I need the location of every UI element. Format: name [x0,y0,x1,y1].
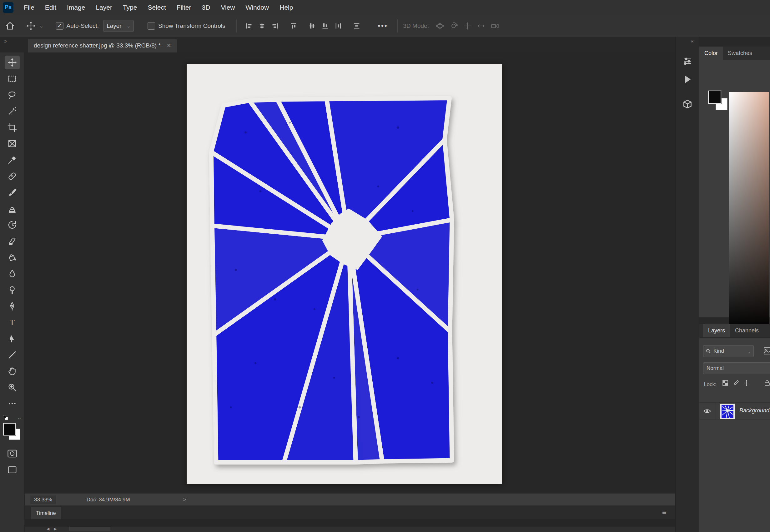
auto-select-target-dropdown[interactable]: Layer ⌄ [103,20,134,32]
distribute-v-button[interactable] [353,22,360,30]
timeline-prev-icon[interactable]: ◀ [47,527,49,531]
panels-column: Color Swatches Layers Channels Kind ⌄ No… [699,37,770,532]
align-middle-button[interactable] [308,22,316,30]
tool-dodge[interactable] [0,282,25,298]
layer-filter-dropdown[interactable]: Kind ⌄ [703,345,754,357]
tool-preset-chevron-icon[interactable]: ⌄ [39,23,43,29]
screen-mode-button[interactable] [0,462,25,478]
document-tab[interactable]: design reference shatter.jpg @ 33.3% (RG… [28,39,176,52]
tab-color[interactable]: Color [699,47,723,60]
tool-rectangular-marquee[interactable] [0,71,25,87]
tool-history-brush[interactable] [0,217,25,233]
tab-layers[interactable]: Layers [703,324,730,337]
close-icon[interactable]: × [167,42,171,49]
distribute-h-button[interactable] [335,22,342,30]
collapse-panels-icon[interactable]: « [691,38,693,44]
lock-all-icon[interactable] [764,380,770,386]
menu-layer[interactable]: Layer [90,0,117,15]
menu-bar: Ps File Edit Image Layer Type Select Fil… [0,0,770,15]
layer-thumbnail[interactable] [720,404,735,419]
align-left-button[interactable] [245,22,253,30]
3d-panel-icon[interactable] [683,99,693,109]
color-swatches [2,422,22,442]
menu-help[interactable]: Help [274,0,298,15]
tool-clone-stamp[interactable] [0,201,25,217]
3d-pan-button[interactable] [463,22,471,30]
tool-spot-healing[interactable] [0,168,25,184]
move-tool-preset[interactable] [26,21,36,31]
tab-swatches[interactable]: Swatches [723,47,757,60]
glass-shards [211,98,452,462]
align-right-button[interactable] [271,22,279,30]
tool-object-selection[interactable] [0,103,25,119]
tool-pen[interactable] [0,298,25,314]
menu-view[interactable]: View [216,0,240,15]
menu-file[interactable]: File [18,0,40,15]
align-bottom-button[interactable] [321,22,329,30]
panel-menu-icon[interactable]: ≡ [662,508,667,517]
layer-visibility-eye-icon[interactable] [703,408,711,414]
lock-position-icon[interactable] [743,380,750,386]
align-center-h-button[interactable] [258,22,266,30]
quick-mask-button[interactable] [0,445,25,462]
photo-document [186,64,502,484]
tool-line[interactable] [0,347,25,363]
more-align-options-button[interactable]: ••• [378,22,388,30]
3d-roll-button[interactable] [450,22,458,30]
menu-filter[interactable]: Filter [171,0,197,15]
home-icon [5,21,15,31]
tool-hand[interactable] [0,363,25,379]
document-canvas[interactable] [25,52,675,493]
tool-crop[interactable] [0,119,25,136]
color-panel-body [699,60,770,317]
foreground-color-well[interactable] [708,91,721,104]
3d-camera-button[interactable] [491,22,499,30]
blend-mode-dropdown[interactable]: Normal [703,362,770,374]
status-expand-icon[interactable]: > [183,497,186,503]
tool-blur[interactable] [0,266,25,282]
menu-select[interactable]: Select [142,0,171,15]
lock-pixels-icon[interactable] [733,380,739,386]
tool-eraser[interactable] [0,233,25,249]
menu-type[interactable]: Type [117,0,142,15]
align-top-button[interactable] [290,22,297,30]
menu-edit[interactable]: Edit [40,0,62,15]
tool-frame[interactable] [0,136,25,152]
tool-path-selection[interactable] [0,331,25,347]
filter-by-pixel-icon[interactable] [764,347,770,355]
tool-type[interactable]: T [0,314,25,331]
brush-settings-panel-icon[interactable] [683,56,693,66]
tab-channels[interactable]: Channels [730,324,764,337]
tool-lasso[interactable] [0,87,25,103]
timeline-play-icon[interactable]: ▶ [54,527,57,531]
menu-3d[interactable]: 3D [197,0,216,15]
tool-move[interactable] [0,54,25,71]
layer-row-background[interactable]: Background [699,402,770,420]
tool-eyedropper[interactable] [0,152,25,168]
tool-brush[interactable] [0,184,25,201]
home-button[interactable] [5,21,15,31]
tool-paint-bucket[interactable] [0,249,25,266]
swap-colors-icon[interactable]: ↔ [17,415,22,420]
timeline-options-dropdown[interactable] [69,527,110,531]
menu-window[interactable]: Window [241,0,275,15]
default-colors-icon[interactable] [3,415,8,420]
3d-pan-icon [463,22,471,30]
tool-zoom[interactable] [0,379,25,395]
tab-timeline[interactable]: Timeline [31,507,61,519]
actions-panel-icon[interactable] [683,74,693,84]
toolbar-expand-icon[interactable]: » [4,38,6,44]
lock-transparency-icon[interactable] [722,380,729,386]
foreground-color-swatch[interactable] [3,423,16,435]
tool-edit-toolbar[interactable] [0,395,25,412]
zoom-icon [7,382,17,392]
crop-icon [7,122,17,132]
show-transform-checkbox[interactable] [147,22,155,30]
auto-select-checkbox[interactable]: ✓ [56,22,63,30]
chevron-down-icon: ⌄ [127,23,130,28]
zoom-level-field[interactable]: 33.33% [30,495,56,504]
3d-orbit-button[interactable] [436,22,444,30]
menu-image[interactable]: Image [62,0,90,15]
3d-slide-button[interactable] [477,22,485,30]
color-picker-gradient[interactable] [729,92,769,330]
